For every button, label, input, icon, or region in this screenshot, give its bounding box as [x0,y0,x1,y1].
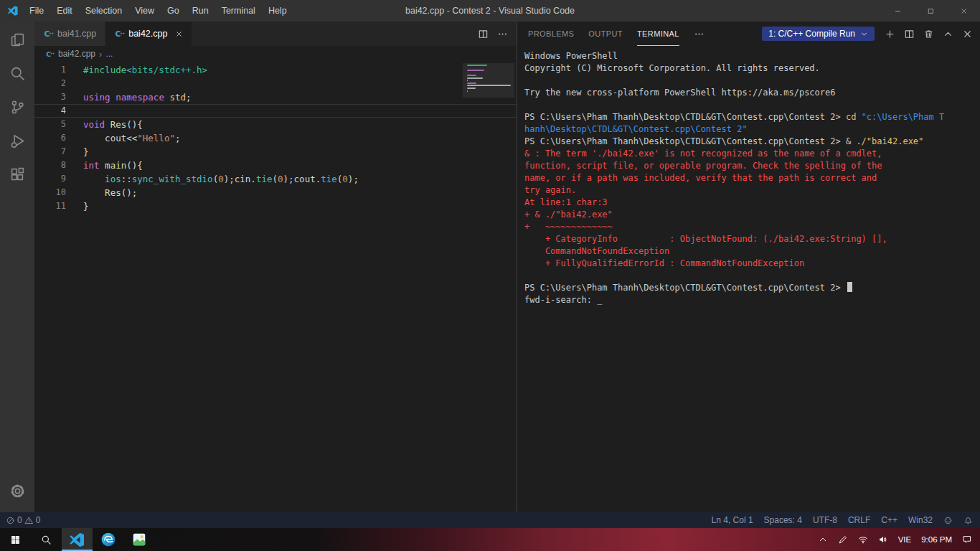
minimap-line [467,77,483,79]
code-line-4[interactable]: 4 [34,104,517,118]
panel-tab-output[interactable]: OUTPUT [588,22,623,46]
activitybar-item-manage[interactable] [0,474,34,508]
kill-terminal-icon[interactable] [923,29,934,39]
window-controls [881,0,980,22]
menu-go[interactable]: Go [161,0,186,22]
taskbar-pinned-app-button[interactable] [123,528,154,551]
terminal-line: CommandNotFoundException [524,245,974,258]
clock[interactable]: 9:06 PM [916,528,957,551]
status-c[interactable]: C++ [881,515,897,525]
extensions-icon [9,166,26,183]
terminal-line: Try the new cross-platform PowerShell ht… [524,87,974,99]
menu-bar: FileEditSelectionViewGoRunTerminalHelp [23,0,293,22]
terminal-line: PS C:\Users\Pham Thanh\Desktop\CTDL&GT\C… [524,136,974,148]
terminal-select[interactable]: 1: C/C++ Compile Run [762,27,875,41]
activitybar-item-search[interactable] [0,57,34,90]
menu-terminal[interactable]: Terminal [215,0,262,22]
panel-tab-terminal[interactable]: TERMINAL [637,22,679,46]
cpp-file-icon: C++ [45,50,55,59]
vscode-icon [69,532,85,548]
volume-icon[interactable] [873,528,893,551]
new-terminal-icon[interactable] [885,29,895,39]
taskbar-search-button[interactable] [31,528,62,551]
activitybar-item-extensions[interactable] [0,158,34,192]
activitybar-item-source-control[interactable] [0,90,34,124]
code-line-9[interactable]: 9 ios::sync_with_stdio(0);cin.tie(0);cou… [34,172,517,186]
activitybar-item-explorer[interactable] [0,23,34,57]
breadcrumb-more[interactable]: ... [105,49,113,59]
code-line-8[interactable]: 8int main(){ [34,159,517,172]
feedback-smiley-icon[interactable] [943,516,953,525]
minimize-button[interactable] [881,0,914,22]
terminal-line [524,270,974,282]
taskbar-vscode-button[interactable] [62,528,93,551]
vscode-logo-icon [7,5,19,17]
hidden-icons-chevron-icon[interactable] [813,528,833,551]
terminal-line: PS C:\Users\Pham Thanh\Desktop\CTDL&GT\C… [524,111,974,123]
code-line-7[interactable]: 7} [34,145,517,159]
menu-edit[interactable]: Edit [50,0,79,22]
code-line-3[interactable]: 3using namespace std; [34,90,517,104]
start-button[interactable] [0,528,31,551]
terminal-line: fwd-i-search: _ [524,294,974,306]
network-icon[interactable] [853,528,873,551]
editor-tab-bar: C++bai41.cppC++bai42.cpp [34,22,517,46]
line-number: 6 [34,131,66,145]
code-line-2[interactable]: 2 [34,77,517,90]
action-center-icon[interactable] [957,528,980,551]
editor-tabs: C++bai41.cppC++bai42.cpp [34,22,192,46]
status-spaces-4[interactable]: Spaces: 4 [764,515,802,525]
code-editor[interactable]: 1#include<bits/stdc++.h>23using namespac… [34,62,517,512]
tab-bai42-cpp[interactable]: C++bai42.cpp [105,22,192,46]
terminal-line: + FullyQualifiedErrorId : CommandNotFoun… [524,258,974,270]
editor-actions [478,22,517,46]
terminal-line: + & ./"bai42.exe" [524,209,974,221]
pen-icon[interactable] [833,528,853,551]
language-indicator[interactable]: VIE [893,528,917,551]
status-utf-8[interactable]: UTF-8 [813,515,837,525]
minimap-slider[interactable] [463,63,514,98]
code-line-5[interactable]: 5void Res(){ [34,118,517,131]
maximize-panel-icon[interactable] [943,29,953,39]
status-win32[interactable]: Win32 [908,515,933,525]
menu-file[interactable]: File [23,0,50,22]
tab-bai41-cpp[interactable]: C++bai41.cpp [34,22,105,46]
code-text [66,77,83,90]
menu-run[interactable]: Run [186,0,215,22]
notifications-bell-icon[interactable] [963,516,973,525]
close-panel-icon[interactable] [962,29,973,39]
panel-tab-problems[interactable]: PROBLEMS [528,22,574,46]
code-text: } [66,145,89,159]
split-terminal-icon[interactable] [904,29,915,39]
status-ln-4-col-1[interactable]: Ln 4, Col 1 [712,515,753,525]
terminal-line: name, or if a path was included, verify … [524,172,974,184]
close-window-button[interactable] [947,0,980,22]
taskbar-edge-button[interactable] [93,528,123,551]
maximize-button[interactable] [914,0,947,22]
code-line-1[interactable]: 1#include<bits/stdc++.h> [34,63,517,77]
code-line-11[interactable]: 11} [34,199,517,213]
terminal-line: At line:1 char:3 [524,197,974,209]
status-crlf[interactable]: CRLF [848,515,870,525]
breadcrumb-file[interactable]: bai42.cpp [58,49,95,59]
code-line-10[interactable]: 10 Res(); [34,186,517,199]
split-editor-icon[interactable] [478,29,489,39]
cpp-file-icon: C++ [114,29,125,39]
search-icon [41,534,52,545]
menu-view[interactable]: View [128,0,161,22]
close-tab-icon[interactable] [175,30,183,38]
menu-selection[interactable]: Selection [79,0,128,22]
menu-help[interactable]: Help [262,0,293,22]
activitybar-item-run-debug[interactable] [0,124,34,158]
minimap-line [467,65,487,66]
terminal-output[interactable]: Windows PowerShellCopyright (C) Microsof… [517,46,980,512]
code-text: Res(); [66,186,137,199]
problems-status[interactable]: 0 0 [6,515,40,525]
code-line-6[interactable]: 6 cout<<"Hello"; [34,131,517,145]
editor-more-actions-icon[interactable] [497,29,508,39]
minimap-line [467,88,476,89]
panel-more-actions-icon[interactable] [694,29,705,39]
minimap[interactable] [463,63,514,142]
status-bar: 0 0 Ln 4, Col 1Spaces: 4UTF-8CRLFC++Win3… [0,512,980,528]
pinned-app-icon [131,532,147,547]
